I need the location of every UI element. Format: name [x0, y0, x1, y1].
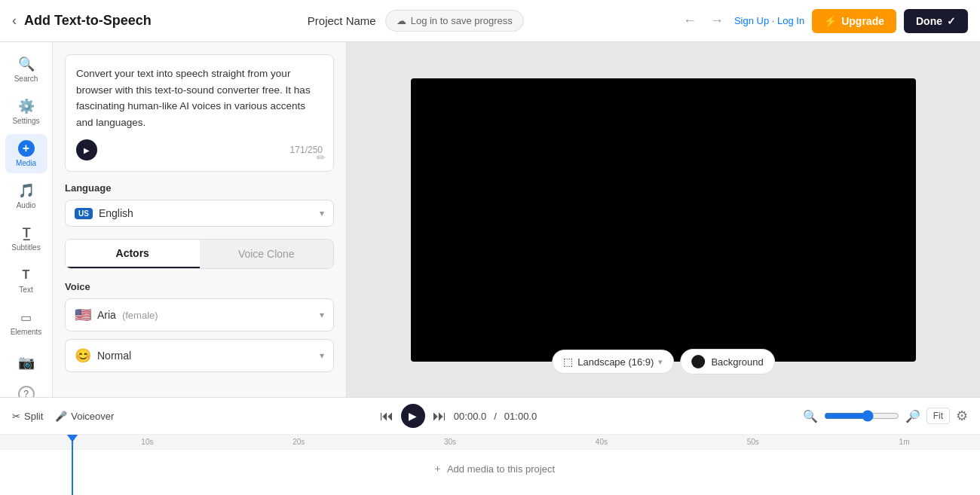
language-flag: US [75, 208, 93, 219]
voice-chevron-icon: ▾ [320, 310, 324, 320]
timeline-play-button[interactable]: ▶ [401, 404, 425, 428]
tab-voice-clone[interactable]: Voice Clone [200, 240, 334, 268]
chevron-down-icon: ▾ [320, 208, 324, 218]
sidebar-label-text: Text [19, 286, 32, 294]
done-label: Done [916, 15, 942, 27]
subtitles-icon: T̲ [18, 225, 35, 241]
timeline-playback-controls: ⏮ ▶ ⏭ 00:00.0 / 01:00.0 [126, 404, 790, 428]
timeline-content: ＋ Add media to this project [0, 450, 980, 487]
sidebar-item-search[interactable]: 🔍 Search [5, 50, 47, 89]
sidebar-label-audio: Audio [17, 201, 36, 209]
timeline-ruler: 10s 20s 30s 40s 50s 1m [0, 435, 980, 450]
split-icon: ✂ [12, 411, 20, 422]
skip-forward-button[interactable]: ⏭ [433, 408, 446, 424]
timeline-area: ✂ Split 🎤 Voiceover ⏮ ▶ ⏭ 00:00.0 / 01:0… [0, 397, 980, 495]
video-area: ⬚ Landscape (16:9) ▾ Background [347, 42, 980, 397]
sidebar-item-subtitles[interactable]: T̲ Subtitles [5, 218, 47, 258]
sidebar-item-help[interactable]: ? [5, 380, 47, 397]
login-link[interactable]: Log In [777, 15, 804, 26]
voice-gender: (female) [122, 310, 158, 321]
ruler-mark-50s: 50s [677, 438, 828, 446]
sidebar-item-text[interactable]: T Text [5, 261, 47, 300]
sidebar-item-audio[interactable]: 🎵 Audio [5, 176, 47, 215]
style-chevron-icon: ▾ [320, 350, 324, 361]
fit-button[interactable]: Fit [926, 408, 950, 424]
voice-name: Aria [97, 309, 116, 321]
text-content: Convert your text into speech straight f… [76, 66, 323, 130]
sidebar-item-settings[interactable]: ⚙️ Settings [5, 92, 47, 131]
video-preview [411, 78, 916, 362]
sidebar-label-elements: Elements [11, 328, 42, 336]
landscape-button[interactable]: ⬚ Landscape (16:9) ▾ [552, 350, 674, 374]
zoom-in-button[interactable]: 🔎 [905, 409, 920, 423]
timeline-track: 10s 20s 30s 40s 50s 1m ＋ Add media to th… [0, 435, 980, 495]
page-title: Add Text-to-Speech [24, 13, 152, 29]
sidebar-label-settings: Settings [12, 117, 39, 125]
help-icon: ? [18, 386, 35, 397]
language-section: Language US English ▾ [65, 182, 334, 239]
ruler-mark-30s: 30s [375, 438, 526, 446]
ruler-mark-10s: 10s [72, 438, 223, 446]
text-icon: T [18, 267, 35, 283]
text-area-footer: ▶ 171/250 [76, 139, 323, 160]
save-progress-button[interactable]: ☁ Log in to save progress [385, 10, 524, 32]
add-media-label: Add media to this project [447, 463, 555, 475]
header-center: Project Name ☁ Log in to save progress [308, 10, 524, 32]
upgrade-button[interactable]: ⚡ Upgrade [812, 9, 896, 33]
timeline-settings-button[interactable]: ⚙ [956, 408, 968, 424]
camera-icon: 📷 [18, 354, 35, 371]
main-area: 🔍 Search ⚙️ Settings + Media 🎵 Audio T̲ … [0, 42, 980, 397]
voice-tabs: Actors Voice Clone [65, 239, 334, 269]
signup-link[interactable]: Sign Up [734, 15, 769, 26]
sidebar-item-media[interactable]: + Media [5, 134, 47, 173]
language-dropdown-left: US English [75, 207, 133, 219]
language-label: Language [65, 182, 334, 194]
zoom-slider-wrap [824, 410, 899, 422]
voiceover-button[interactable]: 🎤 Voiceover [55, 411, 114, 422]
add-media-button[interactable]: ＋ Add media to this project [433, 462, 555, 475]
sidebar-label-subtitles: Subtitles [11, 243, 40, 252]
background-button[interactable]: Background [680, 349, 774, 374]
upgrade-label: Upgrade [841, 15, 884, 27]
icon-sidebar: 🔍 Search ⚙️ Settings + Media 🎵 Audio T̲ … [0, 42, 53, 397]
zoom-out-button[interactable]: 🔍 [803, 409, 818, 423]
playhead [72, 435, 73, 495]
save-progress-label: Log in to save progress [411, 15, 513, 26]
text-input-area[interactable]: Convert your text into speech straight f… [65, 54, 334, 172]
done-icon: ✓ [947, 15, 956, 27]
gear-icon: ⚙️ [18, 98, 35, 115]
voice-flag: 🇺🇸 [75, 307, 91, 323]
tab-actors[interactable]: Actors [66, 240, 200, 268]
voice-style-dropdown[interactable]: 😊 Normal ▾ [65, 339, 334, 372]
ruler-mark-1m: 1m [828, 438, 980, 446]
voice-dropdown[interactable]: 🇺🇸 Aria (female) ▾ [65, 298, 334, 332]
sidebar-item-elements[interactable]: ▭ Elements [5, 303, 47, 342]
video-controls-bar: ⬚ Landscape (16:9) ▾ Background [552, 349, 775, 374]
style-emoji: 😊 [75, 347, 91, 364]
sidebar-label-search: Search [14, 75, 38, 83]
background-color-circle [691, 355, 705, 368]
done-button[interactable]: Done ✓ [904, 9, 968, 33]
ruler-mark-40s: 40s [525, 438, 677, 446]
header: ‹ Add Text-to-Speech Project Name ☁ Log … [0, 0, 980, 42]
header-right: ← → Sign Up · Log In ⚡ Upgrade Done ✓ [680, 9, 968, 33]
redo-button[interactable]: → [707, 10, 727, 32]
voiceover-label: Voiceover [71, 411, 114, 422]
skip-back-button[interactable]: ⏮ [380, 408, 394, 424]
language-dropdown[interactable]: US English ▾ [65, 200, 334, 227]
undo-button[interactable]: ← [680, 10, 700, 32]
current-timecode: 00:00.0 [454, 411, 486, 422]
auth-links: Sign Up · Log In [734, 15, 804, 26]
plus-icon: ＋ [433, 462, 443, 475]
elements-icon: ▭ [18, 309, 35, 325]
preview-play-button[interactable]: ▶ [76, 139, 97, 160]
search-icon: 🔍 [18, 56, 35, 72]
landscape-chevron-icon: ▾ [658, 357, 663, 367]
audio-icon: 🎵 [18, 182, 35, 199]
edit-icon[interactable]: ✏ [317, 151, 326, 163]
voice-label: Voice [65, 281, 334, 292]
split-button[interactable]: ✂ Split [12, 411, 43, 422]
zoom-slider[interactable] [824, 410, 899, 422]
sidebar-item-camera[interactable]: 📷 [5, 348, 47, 377]
back-button[interactable]: ‹ [12, 13, 17, 29]
